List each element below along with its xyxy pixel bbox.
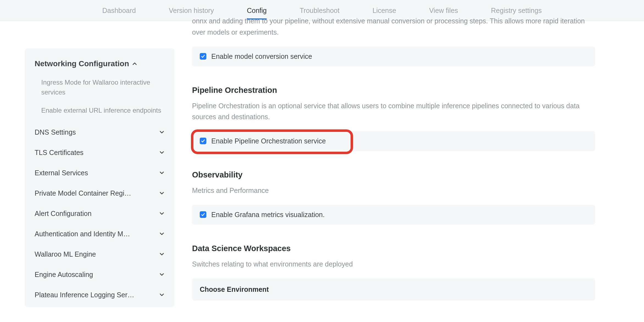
chevron-down-icon <box>159 170 165 176</box>
chevron-down-icon <box>159 292 165 298</box>
nav-view-files[interactable]: View files <box>429 1 458 20</box>
checkbox-checked-icon[interactable] <box>200 53 206 60</box>
nav-registry-settings[interactable]: Registry settings <box>491 1 542 20</box>
sidebar-section-networking[interactable]: Networking Configuration <box>35 59 172 68</box>
pipeline-orchestration-heading: Pipeline Orchestration <box>192 86 595 95</box>
sidebar: Networking Configuration Ingress Mode fo… <box>25 48 174 307</box>
choose-environment-label: Choose Environment <box>200 285 269 293</box>
pipeline-orchestration-desc: Pipeline Orchestration is an optional se… <box>192 100 595 122</box>
model-conversion-label: Enable model conversion service <box>211 52 312 60</box>
choose-environment-dropdown[interactable]: Choose Environment <box>192 278 595 301</box>
nav-license[interactable]: License <box>373 1 396 20</box>
grafana-option[interactable]: Enable Grafana metrics visualization. <box>192 205 595 225</box>
sidebar-item-engine-autoscaling[interactable]: Engine Autoscaling <box>35 264 172 285</box>
sidebar-item-wallaroo-ml-engine[interactable]: Wallaroo ML Engine <box>35 244 172 264</box>
observability-heading: Observability <box>192 170 595 179</box>
sidebar-item-dns-settings[interactable]: DNS Settings <box>35 122 172 142</box>
grafana-label: Enable Grafana metrics visualization. <box>211 211 325 219</box>
nav-version-history[interactable]: Version history <box>169 1 214 20</box>
sidebar-item-external-services[interactable]: External Services <box>35 163 172 183</box>
checkbox-checked-icon[interactable] <box>200 211 206 218</box>
sidebar-item-label: External Services <box>35 169 88 177</box>
sidebar-item-label: Plateau Inference Logging Ser… <box>35 291 134 299</box>
sidebar-item-label: Private Model Container Regi… <box>35 189 131 197</box>
sidebar-item-alert-configuration[interactable]: Alert Configuration <box>35 203 172 224</box>
model-conversion-option[interactable]: Enable model conversion service <box>192 46 595 66</box>
nav-dashboard[interactable]: Dashboard <box>102 1 136 20</box>
sidebar-item-label: Authentication and Identity M… <box>35 230 130 238</box>
chevron-up-icon <box>132 61 137 66</box>
sidebar-item-tls-certificates[interactable]: TLS Certificates <box>35 142 172 163</box>
dsw-desc: Switches relating to what environments a… <box>192 259 595 270</box>
chevron-down-icon <box>159 231 165 237</box>
main-content: onnx and adding them to your pipeline, w… <box>174 21 644 307</box>
chevron-down-icon <box>159 272 165 277</box>
observability-desc: Metrics and Performance <box>192 185 595 196</box>
sidebar-item-label: Wallaroo ML Engine <box>35 250 96 258</box>
sidebar-item-label: Alert Configuration <box>35 210 91 218</box>
sidebar-section-label: Networking Configuration <box>35 59 129 68</box>
chevron-down-icon <box>159 211 165 216</box>
sidebar-item-label: TLS Certificates <box>35 149 84 157</box>
sidebar-item-label: Engine Autoscaling <box>35 271 93 279</box>
sidebar-item-auth-identity[interactable]: Authentication and Identity M… <box>35 224 172 244</box>
pipeline-orchestration-option[interactable]: Enable Pipeline Orchestration service <box>192 131 595 151</box>
chevron-down-icon <box>159 129 165 135</box>
sidebar-subitem-external-url[interactable]: Enable external URL inference endpoints <box>35 104 172 117</box>
dsw-heading: Data Science Workspaces <box>192 244 595 253</box>
chevron-down-icon <box>159 190 165 196</box>
nav-troubleshoot[interactable]: Troubleshoot <box>300 1 340 20</box>
sidebar-item-private-model-registry[interactable]: Private Model Container Regi… <box>35 183 172 203</box>
chevron-down-icon <box>159 251 165 257</box>
sidebar-item-label: DNS Settings <box>35 128 76 136</box>
checkbox-checked-icon[interactable] <box>200 138 206 144</box>
sidebar-item-plateau-inference-logging[interactable]: Plateau Inference Logging Ser… <box>35 285 172 305</box>
pipeline-orchestration-label: Enable Pipeline Orchestration service <box>211 137 326 145</box>
nav-config[interactable]: Config <box>247 1 267 20</box>
chevron-down-icon <box>159 150 165 155</box>
sidebar-subitem-ingress-mode[interactable]: Ingress Mode for Wallaroo interactive se… <box>35 76 172 99</box>
